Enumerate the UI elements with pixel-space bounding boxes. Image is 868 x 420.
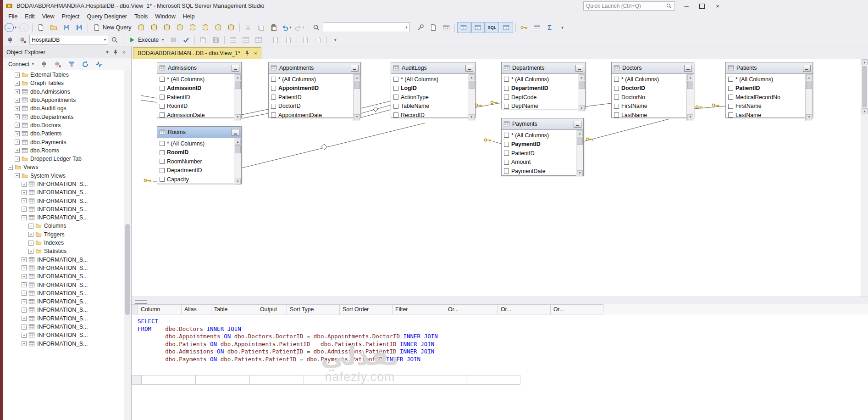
menu-project[interactable]: Project [58,12,83,21]
column-checkbox[interactable] [393,104,398,109]
table-header[interactable]: Payments [502,118,583,130]
tree-item-information-s[interactable]: +INFORMATION_S... [3,340,124,348]
menu-help[interactable]: Help [179,12,199,21]
tree-expander[interactable]: + [22,190,27,195]
table-header[interactable]: Rooms [157,127,241,138]
table-scrollbar[interactable]: ▲▼ [578,74,585,112]
tree-item-dbo-appointments[interactable]: +dbo.Appointments [3,96,124,104]
object-explorer-header[interactable]: Object Explorer ▾ × [3,46,131,58]
column-checkbox[interactable] [614,104,619,109]
table-scrollbar[interactable]: ▲▼ [234,74,241,121]
database-combo[interactable]: HospitalDB▾ [29,35,108,45]
table-minimize-button[interactable] [684,65,692,72]
scrollbar-thumb[interactable] [862,66,867,107]
title-bar[interactable]: BODA\ABDRAHMANDIAA.HospitalDB - dbo.View… [0,0,868,12]
column-checkbox[interactable] [728,104,733,109]
column-checkbox[interactable] [160,86,165,91]
column-checkbox[interactable] [393,112,398,118]
tree-expander[interactable]: + [22,198,27,203]
tree-item-information-s[interactable]: +INFORMATION_S... [3,180,124,188]
database-tool-icon[interactable] [212,22,224,33]
diagram-pane[interactable]: ▲ ▼ Admissions* (All Columns)AdmissionID… [132,59,868,297]
tree-item-external-tables[interactable]: +External Tables [3,71,124,79]
database-tool-icon[interactable] [148,22,160,33]
table-column-row[interactable]: * (All Columns) [726,75,805,84]
add-table-button[interactable] [531,22,543,33]
table-scrollbar[interactable]: ▲▼ [576,130,583,177]
menu-view[interactable]: View [39,12,58,21]
sql-line[interactable]: dbo.Appointments ON dbo.Doctors.DoctorID… [138,333,868,341]
tree-item-dbo-payments[interactable]: +dbo.Payments [3,138,124,146]
paste-button[interactable] [268,22,280,33]
forward-button[interactable]: → [18,22,30,33]
sql-line[interactable]: dbo.Payments ON dbo.Patients.PatientID =… [138,356,868,364]
tree-item-dbo-rooms[interactable]: +dbo.Rooms [3,146,124,155]
table-minimize-button[interactable] [351,65,359,72]
find-icon[interactable] [310,22,322,33]
column-checkbox[interactable] [393,77,398,82]
column-checkbox[interactable] [614,112,619,118]
column-checkbox[interactable] [504,95,509,100]
table-column-row[interactable]: DoctorNo [612,93,686,102]
available-databases-icon[interactable] [109,34,121,45]
quick-launch-input[interactable]: Quick Launch (Ctrl+Q) [583,1,675,11]
table-column-row[interactable]: MedicalRecordNo [726,93,805,102]
tree-expander[interactable]: + [22,207,27,212]
results-to-text-button[interactable] [227,34,239,45]
tree-expander[interactable]: + [22,265,27,270]
criteria-pane[interactable]: ColumnAliasTableOutputSort TypeSort Orde… [132,304,868,314]
tree-expander[interactable]: + [22,341,27,346]
results-cell[interactable] [466,375,520,385]
scrollbar-thumb[interactable] [577,137,583,145]
redo-button[interactable]: ▾ [293,22,305,33]
diagram-table-appointments[interactable]: Appointments* (All Columns)AppointmentID… [268,62,361,118]
tree-expander[interactable]: + [15,148,20,153]
tree-expander[interactable]: + [22,182,27,187]
table-column-row[interactable]: FirstName [612,102,686,111]
scrollbar-thumb[interactable] [354,81,360,89]
column-checkbox[interactable] [160,104,165,109]
scroll-up-arrow[interactable]: ▲ [354,74,360,80]
object-explorer-scrollbar[interactable] [124,70,131,420]
tree-expander[interactable]: + [15,114,20,119]
tree-expander[interactable]: + [15,131,20,136]
table-column-row[interactable]: LastName [612,111,686,120]
table-column-row[interactable]: PatientID [726,84,805,93]
criteria-header-or-7[interactable]: Or... [445,304,498,314]
tree-item-statistics[interactable]: +Statistics [3,247,124,255]
menu-edit[interactable]: Edit [21,12,39,21]
tree-item-information-s[interactable]: +INFORMATION_S... [3,280,124,289]
tree-item-dbo-doctors[interactable]: +dbo.Doctors [3,121,124,129]
tree-expander[interactable]: + [22,274,27,279]
table-column-row[interactable]: * (All Columns) [612,75,686,84]
tree-expander[interactable]: + [22,257,27,262]
toolbar-overflow-button[interactable]: ▾ [329,34,341,45]
change-connection-button[interactable] [4,34,16,45]
column-checkbox[interactable] [160,177,165,182]
toolbar-combo[interactable]: ▾ [323,22,410,32]
disconnect-button[interactable] [17,34,29,45]
close-button[interactable]: × [710,0,725,12]
tree-expander[interactable]: + [15,89,20,94]
decrease-indent-button[interactable] [299,34,311,45]
tree-expander[interactable]: + [22,316,27,321]
results-cell[interactable] [196,375,250,385]
scroll-up-arrow[interactable]: ▲ [687,74,693,80]
tree-expander[interactable]: + [15,123,20,128]
table-column-row[interactable]: RoomID [157,102,234,111]
column-checkbox[interactable] [160,112,165,118]
column-checkbox[interactable] [271,86,276,91]
scrollbar-thumb[interactable] [235,81,241,89]
diagram-pane-toggle[interactable] [457,22,470,33]
scrollbar-thumb[interactable] [579,81,585,89]
diagram-table-doctors[interactable]: Doctors* (All Columns)DoctorIDDoctorNoFi… [611,62,694,118]
tree-item-information-s[interactable]: +INFORMATION_S... [3,264,124,272]
results-cell[interactable] [142,375,196,385]
database-tool-icon[interactable] [135,22,147,33]
table-header[interactable]: Departments [502,62,585,74]
tree-item-dbo-admissions[interactable]: +dbo.Admissions [3,88,124,96]
diagram-scrollbar[interactable]: ▲ ▼ [861,59,868,297]
table-column-row[interactable]: PatientID [502,149,576,158]
table-column-row[interactable]: PaymentDate [502,167,576,176]
tree-expander[interactable]: + [15,81,20,86]
